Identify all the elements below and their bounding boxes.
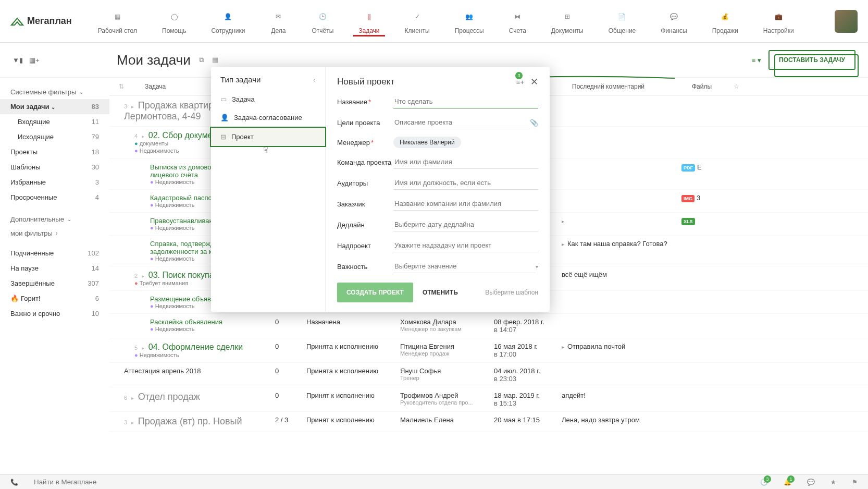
list-view-icon[interactable]: ≡ ▾ [752,56,761,64]
table-row[interactable]: 3▸ Продажа (вт) пр. Новый 2 / 3 Принят к… [109,412,868,432]
input-deadline[interactable] [393,218,538,231]
sidebar-item[interactable]: Завершённые307 [0,276,109,291]
person-icon: 👤 [220,114,229,121]
collapse-icon[interactable]: ‹ [313,75,316,84]
phone-icon[interactable]: 📞 [10,479,18,486]
clock-icon[interactable]: 🕒3 [760,479,768,486]
nav-icon: 👥 [461,8,478,25]
nav-Рабочий стол[interactable]: ▦Рабочий стол [93,6,142,36]
board-icon[interactable]: ▦ [212,56,218,64]
cancel-button[interactable]: ОТМЕНИТЬ [423,289,458,296]
chevron-down-icon[interactable]: ▾ [536,264,538,270]
label-team: Команда проекта [337,158,393,166]
notification-badge: 3 [515,72,523,79]
nav-Финансы[interactable]: 💬Финансы [655,6,692,36]
manager-chip[interactable]: Николаев Валерий [393,137,461,148]
create-task-button[interactable]: ПОСТАВИТЬ ЗАДАЧУ [768,50,855,70]
label-customer: Заказчик [337,200,393,208]
col-files[interactable]: Файлы [692,83,734,90]
input-name[interactable] [393,95,538,108]
close-icon[interactable]: ✕ [530,76,538,88]
input-importance[interactable] [393,260,536,273]
label-auditors: Аудиторы [337,179,393,187]
sidebar-item[interactable]: 🔥Горит!6 [0,291,109,306]
new-project-modal: Тип задачи ‹ ▭Задача👤Задача-согласование… [211,67,550,312]
type-title: Тип задачи [220,75,261,84]
sidebar-item[interactable]: Избранные3 [0,175,109,190]
global-search[interactable] [34,478,190,486]
nav-icon: ⧓ [509,8,526,25]
nav-Отчёты[interactable]: 🕒Отчёты [306,6,339,36]
label-goals: Цели проекта [337,119,393,127]
nav-icon: || [361,8,377,25]
input-customer[interactable] [393,197,538,211]
sidebar-section-my[interactable]: мои фильтры› [0,226,109,240]
template-link[interactable]: Выберите шаблон [485,289,538,296]
top-nav: Мегаплан ▦Рабочий стол◯Помощь👤Сотрудники… [0,0,868,43]
input-team[interactable] [393,155,538,169]
table-row[interactable]: 6▸ Отдел продаж 0 Принят к исполнению Тр… [109,387,868,412]
sidebar-item[interactable]: Важно и срочно10 [0,306,109,321]
star-icon[interactable]: ★ [830,479,836,486]
chat-icon[interactable]: 💬 [807,479,815,486]
user-avatar[interactable] [835,10,858,33]
input-super[interactable] [393,239,538,252]
input-auditors[interactable] [393,176,538,190]
sidebar-item[interactable]: На паузе14 [0,261,109,276]
star-icon[interactable]: ☆ [734,83,749,90]
label-super: Надпроект [337,242,393,250]
sidebar-item[interactable]: Мои задачи ⌄83 [0,99,109,114]
nav-Процессы[interactable]: 👥Процессы [450,6,489,36]
task-type-option[interactable]: ⊟Проект [210,127,326,147]
tree-icon: ⊟ [220,133,226,141]
nav-Сотрудники[interactable]: 👤Сотрудники [206,6,250,36]
filter-icon[interactable]: ▼▮ [13,56,23,64]
label-importance: Важность [337,263,393,271]
nav-Счета[interactable]: ⧓Счета [504,6,531,36]
table-row[interactable]: Аттестация апрель 2018 0 Принята к испол… [109,363,868,387]
sidebar: Системные фильтры⌄ Мои задачи ⌄83Входящи… [0,78,109,478]
copy-icon[interactable]: ⧉ [199,56,204,64]
input-goals[interactable] [393,116,530,129]
sidebar-item[interactable]: Шаблоны30 [0,160,109,175]
list-add-icon[interactable]: ≡+ [516,78,524,86]
footer-bar: 📞 🕒3 🔔1 💬 ★ ⚑ [0,474,868,489]
nav-Документы[interactable]: ⊞Документы [546,6,589,36]
label-name: Название [337,98,393,106]
bell-icon[interactable]: 🔔1 [784,479,791,486]
nav-icon: 📄 [614,8,630,25]
logo[interactable]: Мегаплан [10,16,72,27]
sidebar-section-additional[interactable]: Дополнительные⌄ [0,212,109,226]
sidebar-item[interactable]: Исходящие79 [0,129,109,144]
nav-Клиенты[interactable]: ✓Клиенты [400,6,435,36]
card-icon: ▭ [220,95,227,103]
nav-icon: 💰 [717,8,734,25]
nav-Помощь[interactable]: ◯Помощь [157,6,191,36]
nav-Продажи[interactable]: 💰Продажи [707,6,743,36]
task-type-panel: Тип задачи ‹ ▭Задача👤Задача-согласование… [211,67,326,312]
nav-Задачи[interactable]: ||Задачи [353,6,385,36]
add-filter-icon[interactable]: ▦+ [29,56,40,64]
task-type-option[interactable]: 👤Задача-согласование [211,108,325,127]
table-row[interactable]: Расклейка объявления Недвижимость 0 Назн… [109,314,868,338]
sidebar-item[interactable]: Входящие11 [0,114,109,129]
sort-icon[interactable]: ⇅ [119,83,129,90]
nav-Общение[interactable]: 📄Общение [603,6,641,36]
modal-title: Новый проект [337,77,394,87]
label-manager: Менеджер [337,139,393,146]
flag-icon[interactable]: ⚑ [852,479,858,486]
col-comment[interactable]: Последний комментарий [572,83,692,90]
sidebar-section-system[interactable]: Системные фильтры⌄ [0,85,109,99]
nav-Дела[interactable]: ✉Дела [265,6,292,36]
attach-icon[interactable]: 📎 [530,119,538,127]
create-project-button[interactable]: СОЗДАТЬ ПРОЕКТ [337,283,413,302]
nav-icon: 💬 [665,8,682,25]
task-type-option[interactable]: ▭Задача [211,90,325,108]
sidebar-item[interactable]: Просроченные4 [0,190,109,205]
table-row[interactable]: 5▸ 04. Оформление сделки Недвижимость 0 … [109,338,868,363]
page-title: Мои задачи [117,52,191,68]
sidebar-item[interactable]: Подчинённые102 [0,246,109,261]
nav-Настройки[interactable]: 💼Настройки [758,6,799,36]
logo-text: Мегаплан [27,16,72,27]
sidebar-item[interactable]: Проекты18 [0,144,109,160]
